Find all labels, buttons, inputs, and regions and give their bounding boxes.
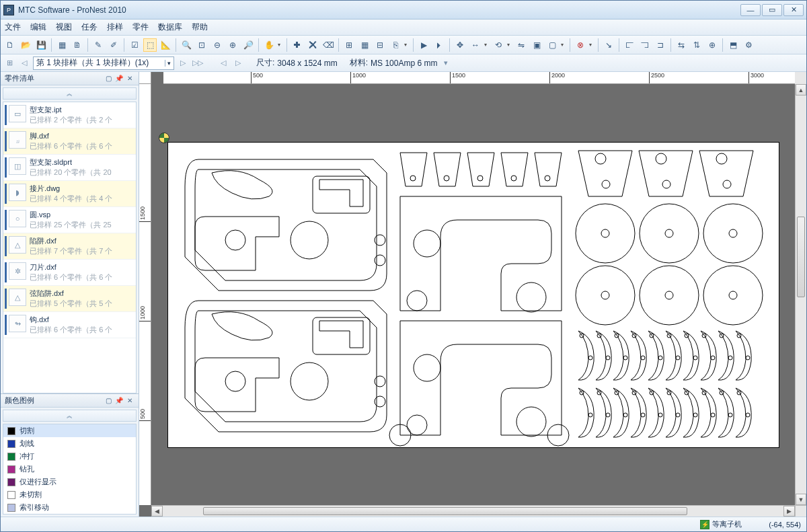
delete-sheet-icon[interactable]: 🞫 <box>306 38 319 52</box>
cut-seq-icon[interactable]: ⬒ <box>726 38 740 52</box>
part-item[interactable]: ⟓ 脚.dxf 已排样 6 个零件（共 6 个 <box>3 128 136 155</box>
scrollbar-horizontal[interactable]: ◀ ▶ <box>151 505 795 517</box>
legend-dock-icon[interactable]: ▢ <box>104 396 113 406</box>
edit-sheet-icon[interactable]: ✐ <box>107 38 120 52</box>
zoom-window-icon[interactable]: 🔍 <box>180 38 193 52</box>
autonest-icon[interactable]: ⊞ <box>342 38 356 52</box>
legend-item[interactable]: 冲打 <box>3 450 136 463</box>
legend-item[interactable]: 仅进行显示 <box>3 476 136 488</box>
group-dropdown-icon[interactable]: ▾ <box>561 42 566 48</box>
menu-file[interactable]: 文件 <box>5 22 21 33</box>
seq-prev-icon[interactable]: ◁ <box>217 57 229 69</box>
scrollbar-vertical[interactable]: ▲ ▼ <box>795 84 806 505</box>
canvas[interactable] <box>151 84 795 505</box>
settings-icon[interactable]: ⚙ <box>742 38 755 52</box>
move-icon[interactable]: ✥ <box>453 38 467 52</box>
zoom-in-icon[interactable]: ⊕ <box>226 38 239 52</box>
edit-part-icon[interactable]: ✎ <box>91 38 105 52</box>
rotate-icon[interactable]: ⟲ <box>492 38 505 52</box>
panel-close-icon[interactable]: ✕ <box>125 74 134 83</box>
pan-dropdown-icon[interactable]: ▾ <box>278 42 283 48</box>
part-item[interactable]: ◗ 接片.dwg 已排样 4 个零件（共 4 个 <box>3 181 136 207</box>
check-icon[interactable]: ☑ <box>128 38 141 52</box>
delete-dropdown-icon[interactable]: ▾ <box>589 42 594 48</box>
scroll-down-icon[interactable]: ▼ <box>796 494 806 505</box>
legend-item[interactable]: 索引移动 <box>3 501 136 514</box>
group-icon[interactable]: ▣ <box>530 38 543 52</box>
legend-item[interactable]: 钻孔 <box>3 463 136 476</box>
output-icon[interactable]: ▦ <box>55 38 69 52</box>
new-icon[interactable]: 🗋 <box>3 38 17 52</box>
play-icon[interactable]: ▶ <box>417 38 430 52</box>
mirror-icon[interactable]: ⇋ <box>514 38 528 52</box>
legend-item[interactable]: 未切割 <box>3 488 136 501</box>
flip-h-icon[interactable]: ⇆ <box>675 38 688 52</box>
play-next-icon[interactable]: ⏵ <box>432 38 446 52</box>
legend-label: 未切割 <box>20 490 42 500</box>
part-item[interactable]: ◫ 型支架.sldprt 已排样 20 个零件（共 20 <box>3 155 136 181</box>
scroll-up-icon[interactable]: ▲ <box>796 84 806 96</box>
nest-list-icon[interactable]: ⊞ <box>3 57 15 69</box>
open-icon[interactable]: 📂 <box>19 38 32 52</box>
ungroup-icon[interactable]: ▢ <box>545 38 559 52</box>
menu-task[interactable]: 任务 <box>81 22 98 33</box>
part-item[interactable]: ▭ 型支架.ipt 已排样 2 个零件（共 2 个 <box>3 102 136 128</box>
legend-pin-icon[interactable]: 📌 <box>114 396 124 406</box>
material-dropdown-icon[interactable]: ▾ <box>440 57 452 69</box>
delete-icon[interactable]: ⊗ <box>574 38 587 52</box>
save-icon[interactable]: 💾 <box>34 38 48 52</box>
zoom-realtime-icon[interactable]: 🔎 <box>241 38 255 52</box>
align-left-icon[interactable]: ⫍ <box>623 38 636 52</box>
parts-collapse-bar[interactable]: ︽ <box>3 87 137 100</box>
panel-dock-icon[interactable]: ▢ <box>104 74 113 83</box>
part-item[interactable]: △ 陷阱.dxf 已排样 7 个零件（共 7 个 <box>3 233 136 260</box>
rotate-dropdown-icon[interactable]: ▾ <box>507 42 512 48</box>
svg-point-51 <box>623 413 627 417</box>
nav-last-icon[interactable]: ▷▷ <box>192 57 204 69</box>
align-right-icon[interactable]: ⊐ <box>654 38 667 52</box>
menu-nest[interactable]: 排样 <box>107 22 123 33</box>
menu-database[interactable]: 数据库 <box>158 22 182 33</box>
align-center-icon[interactable]: ⫎ <box>638 38 652 52</box>
nest-dropdown-icon[interactable]: ▾ <box>404 42 410 48</box>
part-item[interactable]: △ 弦陷阱.dxf 已排样 5 个零件（共 5 个 <box>3 286 136 312</box>
legend-collapse-bar[interactable]: ︽ <box>3 410 137 422</box>
copy-nest-icon[interactable]: ⎘ <box>389 38 402 52</box>
nav-first-icon[interactable]: ◁ <box>18 57 30 69</box>
menu-edit[interactable]: 编辑 <box>30 22 46 33</box>
bump-icon[interactable]: ↔ <box>469 38 482 52</box>
menu-part[interactable]: 零件 <box>132 22 149 33</box>
flip-v-icon[interactable]: ⇅ <box>690 38 703 52</box>
report-icon[interactable]: 🗎 <box>71 38 84 52</box>
bump-dropdown-icon[interactable]: ▾ <box>484 42 490 48</box>
add-sheet-icon[interactable]: 🞤 <box>291 38 304 52</box>
select-icon[interactable]: ⬚ <box>143 38 157 52</box>
minimize-button[interactable]: — <box>740 4 761 16</box>
legend-item[interactable]: 切割 <box>3 424 136 437</box>
zoom-out-icon[interactable]: ⊖ <box>210 38 224 52</box>
part-item[interactable]: ✲ 刀片.dxf 已排样 6 个零件（共 6 个 <box>3 260 136 286</box>
grid-nest-icon[interactable]: ▦ <box>358 38 371 52</box>
seq-next-icon[interactable]: ▷ <box>232 57 244 69</box>
menu-view[interactable]: 视图 <box>56 22 72 33</box>
panel-pin-icon[interactable]: 📌 <box>114 74 124 83</box>
part-item[interactable]: ○ 圆.vsp 已排样 25 个零件（共 25 <box>3 207 136 233</box>
close-button[interactable]: ✕ <box>783 4 804 16</box>
legend-close-icon[interactable]: ✕ <box>125 396 134 406</box>
measure-icon[interactable]: 📐 <box>159 38 172 52</box>
scroll-right-icon[interactable]: ▶ <box>783 506 795 517</box>
center-icon[interactable]: ⊕ <box>705 38 719 52</box>
pan-icon[interactable]: ✋ <box>262 38 276 52</box>
menu-help[interactable]: 帮助 <box>192 22 208 33</box>
maximize-button[interactable]: ▭ <box>762 4 782 16</box>
nest-combo[interactable]: 第 1 块排样（共 1 块排样）(1x) ▾ <box>33 56 174 70</box>
legend-item[interactable]: 划线 <box>3 437 136 450</box>
clear-sheet-icon[interactable]: ⌫ <box>321 38 335 52</box>
array-icon[interactable]: ⊟ <box>373 38 387 52</box>
zoom-fit-icon[interactable]: ⊡ <box>195 38 208 52</box>
menubar: 文件 编辑 视图 任务 排样 零件 数据库 帮助 <box>1 20 806 36</box>
part-item[interactable]: ↬ 钩.dxf 已排样 6 个零件（共 6 个 <box>3 312 136 338</box>
nav-next-icon[interactable]: ▷ <box>177 57 189 69</box>
leadin-icon[interactable]: ↘ <box>602 38 615 52</box>
scroll-left-icon[interactable]: ◀ <box>151 506 163 517</box>
